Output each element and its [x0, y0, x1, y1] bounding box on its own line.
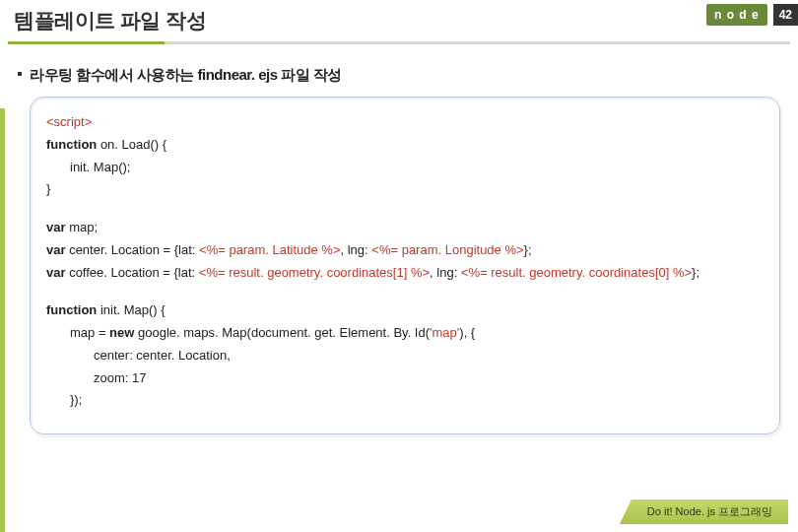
code-line: function on. Load() { [46, 134, 764, 157]
subheading: 라우팅 함수에서 사용하는 findnear. ejs 파일 작성 [18, 66, 798, 85]
code-line: function init. Map() { [46, 299, 764, 322]
page-number: 42 [773, 4, 798, 26]
code-line: } [46, 178, 764, 201]
code-line: var map; [46, 217, 764, 239]
code-line: map = new google. maps. Map(document. ge… [46, 322, 764, 345]
subheading-text: 라우팅 함수에서 사용하는 findnear. ejs 파일 작성 [30, 66, 342, 83]
header-underline [8, 41, 790, 44]
header-right: n o d e 42 [706, 4, 798, 26]
node-badge: n o d e [706, 4, 767, 26]
code-line: var center. Location = {lat: <%= param. … [46, 239, 764, 262]
code-line: <script> [46, 111, 764, 134]
code-line: init. Map(); [46, 157, 764, 179]
code-line: center: center. Location, [46, 345, 764, 367]
code-line: var coffee. Location = {lat: <%= result.… [46, 262, 764, 285]
slide-header: 템플레이트 파일 작성 n o d e 42 [0, 0, 798, 41]
code-box: <script> function on. Load() { init. Map… [30, 97, 780, 434]
code-line: zoom: 17 [46, 367, 764, 390]
page-title: 템플레이트 파일 작성 [14, 7, 206, 34]
footer-tab: Do it! Node. js 프로그래밍 [620, 499, 788, 524]
code-line: }); [46, 389, 764, 412]
left-accent [0, 108, 5, 532]
bullet-icon [18, 72, 22, 76]
